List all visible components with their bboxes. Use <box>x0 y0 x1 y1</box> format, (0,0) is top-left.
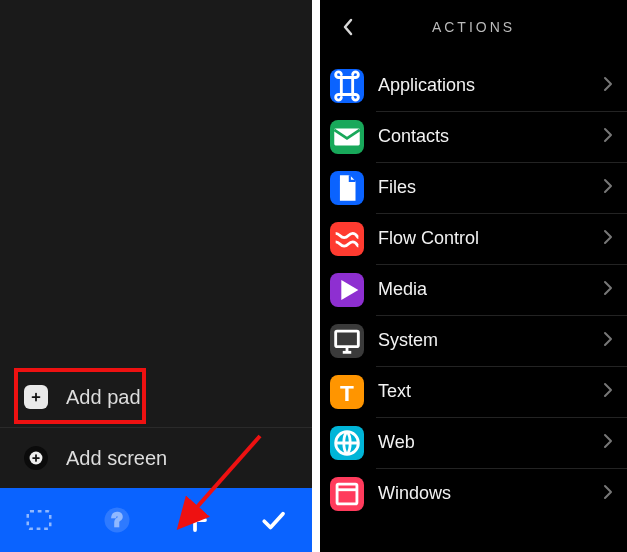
action-row-contacts[interactable]: Contacts <box>320 111 627 162</box>
action-label: Contacts <box>378 126 603 147</box>
left-panel: Add padAdd screen ? <box>0 0 312 552</box>
menu-item-label: Add screen <box>66 447 167 470</box>
right-panel: ACTIONS ApplicationsContactsFilesFlow Co… <box>320 0 627 552</box>
chevron-right-icon <box>603 178 613 198</box>
command-icon <box>330 69 364 103</box>
action-label: Media <box>378 279 603 300</box>
menu-item-add-screen[interactable]: Add screen <box>0 427 312 488</box>
action-row-system[interactable]: System <box>320 315 627 366</box>
left-menu: Add padAdd screen <box>0 367 312 488</box>
svg-text:T: T <box>340 379 354 405</box>
chevron-right-icon <box>603 484 613 504</box>
chevron-right-icon <box>603 76 613 96</box>
chevron-right-icon <box>603 433 613 453</box>
plus-circle-icon <box>24 446 48 470</box>
action-row-flow-control[interactable]: Flow Control <box>320 213 627 264</box>
chevron-right-icon <box>603 280 613 300</box>
bottom-toolbar: ? <box>0 488 312 552</box>
confirm-button[interactable] <box>234 488 312 552</box>
screenshot: Add padAdd screen ? <box>0 0 627 552</box>
action-label: Flow Control <box>378 228 603 249</box>
header: ACTIONS <box>320 0 627 54</box>
plus-square-icon <box>24 385 48 409</box>
action-label: Text <box>378 381 603 402</box>
action-label: Applications <box>378 75 603 96</box>
chevron-right-icon <box>603 127 613 147</box>
play-icon <box>330 273 364 307</box>
action-row-text[interactable]: TText <box>320 366 627 417</box>
back-button[interactable] <box>328 0 368 54</box>
monitor-icon <box>330 324 364 358</box>
chevron-right-icon <box>603 229 613 249</box>
svg-text:?: ? <box>112 510 123 530</box>
actions-list: ApplicationsContactsFilesFlow ControlMed… <box>320 60 627 552</box>
action-row-files[interactable]: Files <box>320 162 627 213</box>
file-icon <box>330 171 364 205</box>
action-label: Files <box>378 177 603 198</box>
mail-icon <box>330 120 364 154</box>
action-label: System <box>378 330 603 351</box>
action-row-media[interactable]: Media <box>320 264 627 315</box>
menu-item-add-pad[interactable]: Add pad <box>0 367 312 427</box>
action-row-applications[interactable]: Applications <box>320 60 627 111</box>
action-row-web[interactable]: Web <box>320 417 627 468</box>
svg-rect-5 <box>28 511 51 529</box>
chevron-right-icon <box>603 331 613 351</box>
header-title: ACTIONS <box>432 19 515 35</box>
select-tool-button[interactable] <box>0 488 78 552</box>
add-button[interactable] <box>156 488 234 552</box>
action-label: Web <box>378 432 603 453</box>
svg-rect-17 <box>337 484 357 504</box>
chevron-right-icon <box>603 382 613 402</box>
help-button[interactable]: ? <box>78 488 156 552</box>
action-row-windows[interactable]: Windows <box>320 468 627 519</box>
panel-divider <box>312 0 320 552</box>
window-icon <box>330 477 364 511</box>
svg-rect-12 <box>336 331 359 347</box>
text-icon: T <box>330 375 364 409</box>
globe-icon <box>330 426 364 460</box>
menu-item-label: Add pad <box>66 386 141 409</box>
waves-icon <box>330 222 364 256</box>
action-label: Windows <box>378 483 603 504</box>
